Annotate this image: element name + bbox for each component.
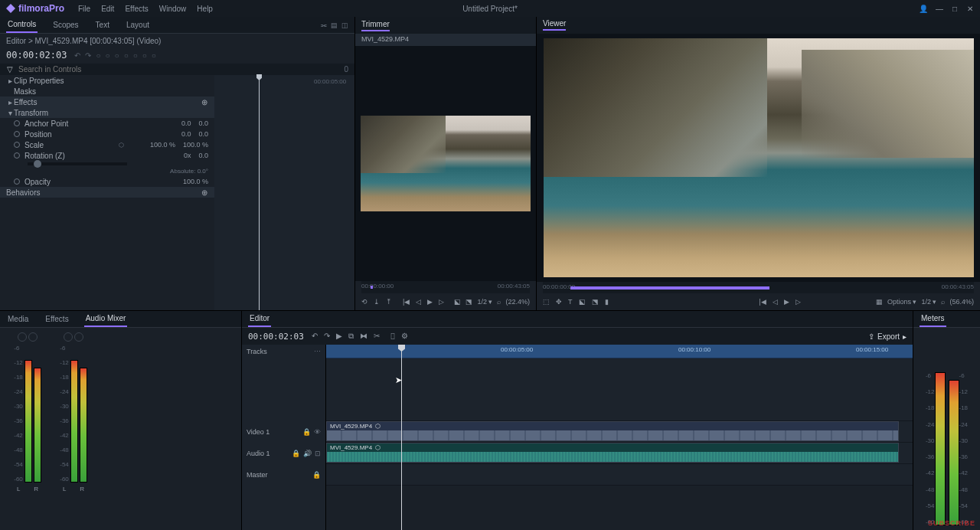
zoom-icon[interactable]: ⌕ [497,298,501,306]
solo-icon[interactable]: ⊡ [315,450,321,457]
link-icon[interactable]: ⬡ [119,142,124,149]
user-icon[interactable]: 👤 [919,5,928,13]
track-header-master[interactable]: Master 🔒 [242,464,325,486]
editor-undo[interactable]: ↶ [312,332,318,341]
loop-button[interactable]: ⟲ [361,298,368,306]
trimmer-title[interactable]: Trimmer [361,20,390,31]
track-audio1[interactable]: MVI_4529.MP4⬡ [326,443,913,464]
keyframe-toggle[interactable] [14,152,20,159]
menu-window[interactable]: Window [159,5,187,13]
panel-layout-icon[interactable]: ◫ [341,21,348,29]
tab-text[interactable]: Text [94,18,111,32]
pan-knob[interactable] [64,332,73,342]
insert-button[interactable]: ⤓ [374,298,380,306]
pan-knob[interactable] [18,332,27,342]
kf-dot-3-icon[interactable]: ○ [115,51,119,60]
viewer-step-back[interactable]: ◁ [773,298,778,306]
controls-keyframe-timeline[interactable]: 00:00:05:00 [214,75,354,310]
track-video1[interactable]: MVI_4529.MP4⬡ [326,421,913,443]
redo-button[interactable]: ↷ [85,51,91,60]
prop-anchor-point[interactable]: Anchor Point 0.00.0 [0,118,214,129]
menu-edit[interactable]: Edit [101,5,114,13]
keyframe-toggle[interactable] [14,120,20,126]
track-header-audio1[interactable]: Audio 1 🔒🔊⊡ [242,443,325,464]
minimize-button[interactable]: — [936,5,943,13]
group-effects[interactable]: ▸ Effects ⊕ [0,97,214,107]
trimmer-scrubber[interactable]: 00:00:00:00 00:00:43:05 [361,281,530,293]
lock-icon[interactable]: 🔒 [292,450,300,457]
trimmer-viewport[interactable] [355,46,536,281]
viewer-zoom-icon[interactable]: ⌕ [941,298,945,306]
keyframe-toggle[interactable] [14,142,20,148]
viewer-scrubber[interactable]: 00:00:00:00 00:00:43:05 [543,282,974,294]
viewer-text-tool[interactable]: T [568,298,573,306]
track-master[interactable] [326,464,913,486]
tab-audio-mixer[interactable]: Audio Mixer [84,311,128,327]
controls-timecode[interactable]: 00:00:02:03 [6,50,67,61]
add-behavior-icon[interactable]: ⊕ [201,188,208,197]
prop-scale[interactable]: Scale ⬡ 100.0 %100.0 % [0,139,214,150]
timeline-playhead[interactable] [401,345,402,530]
viewer-hand-tool[interactable]: ✥ [556,298,562,306]
maximize-button[interactable]: □ [951,5,959,13]
editor-redo[interactable]: ↷ [324,332,330,341]
viewer-goto-start[interactable]: |◀ [759,298,766,306]
keyframe-toggle[interactable] [14,131,20,137]
trimmer-page[interactable]: 1/2 ▾ [477,298,492,306]
filter-icon[interactable]: ▽ [6,65,14,74]
lock-icon[interactable]: 🔒 [302,428,311,436]
clip-audio[interactable]: MVI_4529.MP4⬡ [326,443,899,463]
track-header-video1[interactable]: Video 1 🔒👁 [242,421,325,443]
editor-timecode[interactable]: 00:00:02:03 [248,332,304,342]
kf-dot-5-icon[interactable]: ○ [133,51,138,60]
prop-rotation[interactable]: Rotation (Z) 0x0.0 [0,150,214,161]
prop-position[interactable]: Position 0.00.0 [0,129,214,139]
meters-title[interactable]: Meters [920,311,946,327]
viewer-select-tool[interactable]: ⬚ [543,298,550,306]
mark-out-icon[interactable]: ⬔ [466,298,472,306]
editor-snap[interactable]: ⧉ [348,332,354,341]
eye-icon[interactable]: 👁 [314,428,321,436]
editor-razor[interactable]: ✂ [374,332,380,341]
tracks-menu-icon[interactable]: ⋯ [314,348,321,355]
viewer-step-fwd[interactable]: ▷ [795,298,801,306]
export-button[interactable]: ⇪ Export ▸ [868,332,906,341]
viewer-quality-icon[interactable]: ▦ [876,298,883,306]
group-transform[interactable]: ▾ Transform [0,107,214,118]
clip-video[interactable]: MVI_4529.MP4⬡ [326,421,899,441]
viewer-title[interactable]: Viewer [543,19,566,31]
tab-controls[interactable]: Controls [6,17,38,33]
controls-search-input[interactable] [18,65,339,74]
step-back-button[interactable]: ◁ [416,298,421,306]
kf-dot-1-icon[interactable]: ○ [96,51,100,60]
graph-editor-icon[interactable]: ⫘ [319,21,327,29]
tab-scopes[interactable]: Scopes [51,18,80,32]
keyframe-toggle[interactable] [14,178,20,185]
editor-snap2[interactable]: ⌷ [390,332,395,341]
viewer-options[interactable]: Options ▾ [887,298,917,306]
tab-media[interactable]: Media [6,312,30,326]
value-graph-icon[interactable]: ▤ [330,21,338,29]
kf-dot-6-icon[interactable]: ○ [142,51,147,60]
group-behaviors[interactable]: Behaviors ⊕ [0,187,214,198]
editor-link[interactable]: ⧓ [360,332,368,341]
mark-in-icon[interactable]: ⬕ [454,298,461,306]
add-effect-icon[interactable]: ⊕ [201,98,208,106]
prop-opacity[interactable]: Opacity 100.0 % [0,176,214,187]
lock-icon[interactable]: 🔒 [312,471,321,479]
goto-start-button[interactable]: |◀ [403,298,410,306]
viewer-marker-button[interactable]: ▮ [605,298,609,306]
kf-dot-4-icon[interactable]: ○ [124,51,129,60]
editor-play[interactable]: ▶ [336,332,342,341]
tab-layout[interactable]: Layout [125,18,151,32]
viewer-viewport[interactable] [537,34,980,282]
viewer-in-button[interactable]: ⬕ [579,298,586,306]
menu-help[interactable]: Help [197,5,213,13]
step-fwd-button[interactable]: ▷ [439,298,444,306]
gain-knob[interactable] [74,332,83,342]
gain-knob[interactable] [28,332,38,342]
undo-button[interactable]: ↶ [74,51,80,60]
speaker-icon[interactable]: 🔊 [303,450,312,457]
controls-playhead[interactable] [259,75,260,310]
editor-tab[interactable]: Editor [248,311,271,327]
